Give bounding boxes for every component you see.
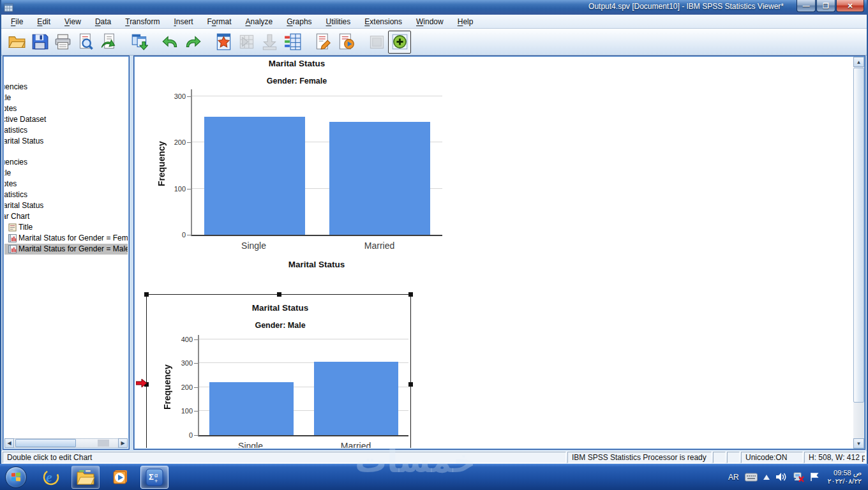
menu-file[interactable]: File	[4, 16, 30, 27]
scroll-thumb[interactable]	[853, 68, 864, 403]
goto-case-icon[interactable]	[212, 31, 235, 54]
resize-handle-e[interactable]	[408, 382, 413, 387]
title-bar: Output4.spv [Document10] - IBM SPSS Stat…	[1, 0, 867, 15]
taskbar: e Σα+ AR ص 09:58 ٢٠٢٢/٠٨/٢٢	[0, 464, 868, 490]
chart-selection-frame[interactable]: Marital Status Gender: Male Frequency 01…	[146, 294, 411, 448]
scroll-down-icon[interactable]: ▼	[853, 438, 864, 449]
image-tool-icon	[365, 31, 388, 54]
export-icon[interactable]	[97, 31, 120, 54]
scroll-left-icon[interactable]: ◀	[4, 438, 14, 448]
action-center-flag-icon[interactable]	[810, 472, 819, 482]
print-icon[interactable]	[51, 31, 74, 54]
svg-text:+: +	[154, 478, 158, 484]
output-content[interactable]: Marital Status Gender: Female Frequency …	[135, 57, 853, 448]
chart-male[interactable]: Marital Status Gender: Male Frequency 01…	[147, 295, 412, 448]
windows-flag-icon	[11, 472, 21, 482]
x-tick-label: Single	[238, 441, 263, 448]
tree-item-statistics[interactable]: Statistics	[4, 125, 128, 136]
redo-icon[interactable]	[181, 31, 204, 54]
network-icon[interactable]	[793, 472, 804, 482]
taskbar-media-player[interactable]	[106, 466, 134, 489]
tree-item-title[interactable]: Title	[4, 222, 128, 233]
taskbar-clock[interactable]: ص 09:58 ٢٠٢٢/٠٨/٢٢	[828, 469, 862, 486]
restore-button[interactable]: ❐	[816, 0, 835, 12]
main-area: FrequenciesTitleNotesActive DatasetStati…	[1, 56, 867, 451]
tree-item-marital-status-for-gender-male[interactable]: Marital Status for Gender = Male	[4, 244, 128, 255]
minimize-button[interactable]: —	[797, 0, 816, 12]
menu-analyze[interactable]: Analyze	[239, 16, 280, 27]
taskbar-internet-explorer[interactable]: e	[37, 466, 65, 489]
tree-item-frequencies[interactable]: Frequencies	[4, 82, 128, 93]
menu-data[interactable]: Data	[88, 16, 118, 27]
edit-output-icon[interactable]	[311, 31, 334, 54]
menu-transform[interactable]: Transform	[118, 16, 167, 27]
chart-subtitle: Gender: Male	[184, 321, 376, 330]
menu-window[interactable]: Window	[409, 16, 451, 27]
x-axis-label: Marital Status	[221, 260, 412, 269]
menu-help[interactable]: Help	[451, 16, 481, 27]
tree-item-marital-status[interactable]: Marital Status	[4, 136, 128, 147]
vertical-scrollbar[interactable]: ▲ ▼	[853, 57, 864, 449]
resize-handle-ne[interactable]	[408, 292, 413, 297]
bar-single	[204, 117, 306, 235]
resize-handle-n[interactable]	[277, 292, 281, 297]
language-indicator[interactable]: AR	[728, 473, 739, 482]
tree-item-label: Marital Status	[4, 136, 43, 147]
open-icon[interactable]	[5, 31, 28, 54]
svg-text:e: e	[46, 469, 52, 485]
start-button[interactable]	[0, 464, 32, 490]
tree-item-active-dataset[interactable]: Active Dataset	[4, 114, 128, 125]
menu-utilities[interactable]: Utilities	[319, 16, 358, 27]
x-tick-label: Married	[364, 241, 394, 251]
y-tick-mark	[187, 96, 191, 97]
x-axis-categories: SingleMarried	[191, 241, 442, 252]
scroll-right-icon[interactable]: ▶	[118, 438, 128, 448]
toolbar	[1, 29, 867, 56]
tree-item-bar-chart[interactable]: Bar Chart	[4, 211, 128, 222]
taskbar-spss[interactable]: Σα+	[140, 466, 168, 489]
internet-explorer-icon: e	[41, 468, 61, 487]
menu-insert[interactable]: Insert	[167, 16, 200, 27]
menu-bar: FileEditViewDataTransformInsertFormatAna…	[1, 15, 867, 29]
scroll-track[interactable]	[14, 438, 118, 448]
close-button[interactable]: ✕	[836, 0, 864, 12]
resize-handle-nw[interactable]	[144, 292, 149, 297]
tree-item-notes[interactable]: Notes	[4, 179, 128, 189]
menu-graphs[interactable]: Graphs	[280, 16, 318, 27]
goto-variable-icon	[235, 31, 258, 54]
tree-item-label: Marital Status for Gender = Male	[19, 244, 128, 255]
run-script-icon[interactable]	[334, 31, 357, 54]
tree-item-title[interactable]: Title	[4, 93, 128, 103]
volume-icon[interactable]	[775, 472, 787, 482]
chart-female[interactable]: Marital Status Gender: Female Frequency …	[135, 57, 467, 278]
undo-icon[interactable]	[158, 31, 181, 54]
sidebar-horizontal-scrollbar[interactable]: ◀ ▶	[4, 438, 128, 448]
tree-item-notes[interactable]: Notes	[4, 103, 128, 114]
show-hidden-icons[interactable]	[763, 475, 770, 480]
save-icon[interactable]	[28, 31, 51, 54]
activate-selection-icon[interactable]	[388, 31, 411, 54]
x-tick-label: Married	[341, 441, 371, 448]
keyboard-icon[interactable]	[745, 473, 758, 482]
tree-item-label: Frequencies	[4, 157, 27, 168]
scroll-up-icon[interactable]: ▲	[853, 57, 864, 67]
menu-format[interactable]: Format	[200, 16, 239, 27]
taskbar-file-explorer[interactable]	[71, 466, 100, 489]
tree-item-title[interactable]: Title	[4, 168, 128, 179]
y-tick-label: 300	[171, 359, 193, 367]
recall-dialogs-icon[interactable]	[128, 31, 151, 54]
variables-icon[interactable]	[281, 31, 304, 54]
tree-item-label: Title	[19, 222, 33, 233]
y-tick-label: 400	[171, 336, 193, 343]
tree-item-statistics[interactable]: Statistics	[4, 189, 128, 200]
tree-item-marital-status-for-gender-female[interactable]: Marital Status for Gender = Female	[4, 233, 128, 244]
tree-item-marital-status[interactable]: Marital Status	[4, 200, 128, 211]
scroll-thumb[interactable]	[15, 439, 76, 447]
menu-extensions[interactable]: Extensions	[357, 16, 409, 27]
chart-subtitle: Gender: Female	[201, 77, 393, 85]
tree-item-label: Title	[4, 168, 11, 179]
menu-view[interactable]: View	[57, 16, 88, 27]
tree-item-frequencies[interactable]: Frequencies	[4, 157, 128, 168]
print-preview-icon[interactable]	[74, 31, 97, 54]
menu-edit[interactable]: Edit	[30, 16, 57, 27]
